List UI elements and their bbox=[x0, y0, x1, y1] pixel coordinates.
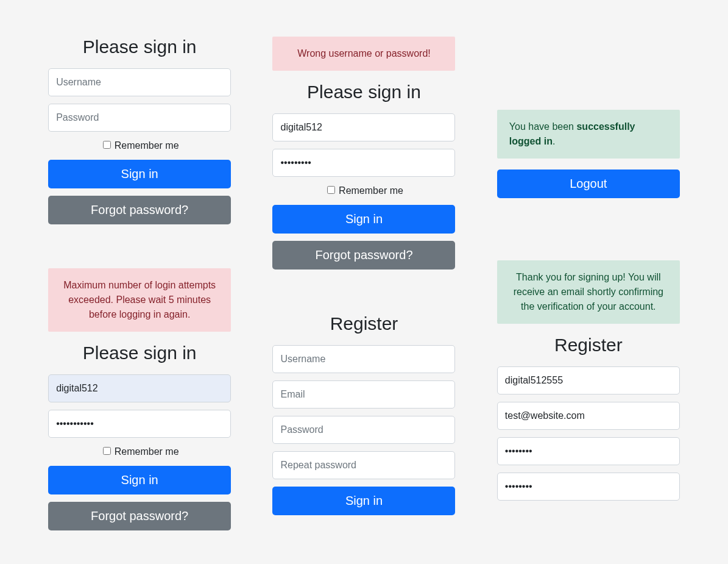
username-input[interactable] bbox=[272, 113, 455, 141]
remember-checkbox[interactable] bbox=[327, 186, 335, 194]
repeat-password-input[interactable] bbox=[497, 473, 680, 501]
signin-button[interactable]: Sign in bbox=[48, 160, 231, 188]
loggedin-card: You have been successfully logged in. Lo… bbox=[497, 110, 680, 205]
forgot-password-button[interactable]: Forgot password? bbox=[48, 196, 231, 224]
logout-button[interactable]: Logout bbox=[497, 170, 680, 198]
username-input[interactable] bbox=[272, 345, 455, 373]
register-heading: Register bbox=[272, 313, 455, 334]
remember-row: Remember me bbox=[272, 184, 455, 196]
remember-checkbox[interactable] bbox=[103, 141, 111, 149]
password-input[interactable] bbox=[272, 416, 455, 444]
signin-heading: Please sign in bbox=[48, 37, 231, 57]
register-card-2: Thank you for signing up! You will recei… bbox=[497, 260, 680, 508]
password-input[interactable] bbox=[48, 410, 231, 438]
email-input[interactable] bbox=[272, 380, 455, 409]
password-input[interactable] bbox=[48, 104, 231, 132]
remember-label[interactable]: Remember me bbox=[101, 446, 179, 457]
signin-card-3: Wrong username or password! Please sign … bbox=[272, 37, 455, 277]
repeat-password-input[interactable] bbox=[272, 451, 455, 479]
remember-label[interactable]: Remember me bbox=[325, 185, 403, 196]
remember-label[interactable]: Remember me bbox=[101, 140, 179, 151]
alert-max-attempts: Maximum number of login attempts exceede… bbox=[48, 268, 231, 332]
username-input[interactable] bbox=[48, 68, 231, 96]
remember-row: Remember me bbox=[48, 445, 231, 457]
username-input[interactable] bbox=[497, 366, 680, 394]
register-card-1: Register Sign in bbox=[272, 313, 455, 523]
signin-card-2: Maximum number of login attempts exceede… bbox=[48, 268, 231, 538]
password-input[interactable] bbox=[497, 437, 680, 465]
signin-heading: Please sign in bbox=[272, 82, 455, 102]
signin-button[interactable]: Sign in bbox=[272, 205, 455, 234]
alert-wrong-credentials: Wrong username or password! bbox=[272, 37, 455, 71]
password-input[interactable] bbox=[272, 149, 455, 177]
alert-logged-in: You have been successfully logged in. bbox=[497, 110, 680, 159]
signin-heading: Please sign in bbox=[48, 343, 231, 363]
signin-button[interactable]: Sign in bbox=[48, 466, 231, 494]
register-heading: Register bbox=[497, 335, 680, 355]
forgot-password-button[interactable]: Forgot password? bbox=[272, 241, 455, 270]
alert-signup-success: Thank you for signing up! You will recei… bbox=[497, 260, 680, 324]
register-submit-button[interactable]: Sign in bbox=[272, 487, 455, 515]
forgot-password-button[interactable]: Forgot password? bbox=[48, 502, 231, 530]
signin-card-1: Please sign in Remember me Sign in Forgo… bbox=[48, 37, 231, 232]
username-input[interactable] bbox=[48, 374, 231, 402]
remember-checkbox[interactable] bbox=[103, 447, 111, 455]
email-input[interactable] bbox=[497, 402, 680, 430]
remember-row: Remember me bbox=[48, 139, 231, 151]
